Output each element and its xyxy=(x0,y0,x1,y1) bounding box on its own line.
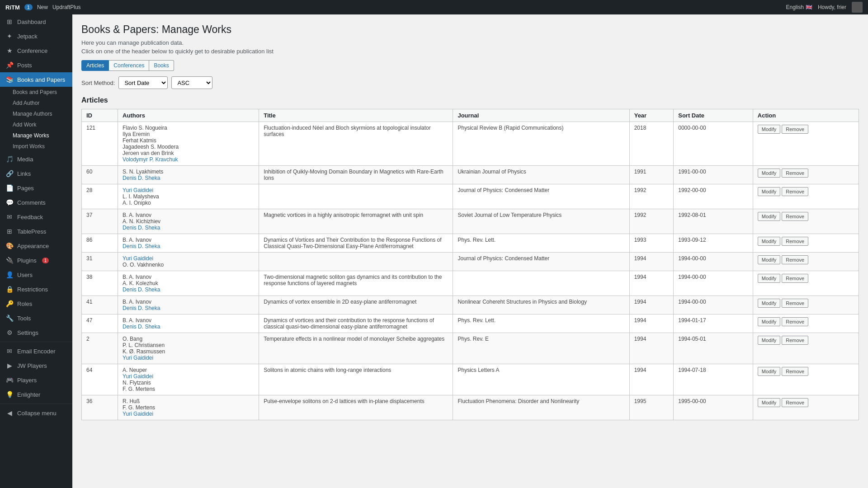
remove-button[interactable]: Remove xyxy=(782,169,808,178)
cell-id: 41 xyxy=(82,296,118,314)
sidebar-sub-manage-works[interactable]: Manage Works xyxy=(0,130,72,141)
language-selector[interactable]: English 🇬🇧 xyxy=(786,4,812,10)
update-count[interactable]: 1 xyxy=(24,4,33,10)
author-link[interactable]: Yuri Gaididei xyxy=(123,355,153,361)
remove-button[interactable]: Remove xyxy=(782,317,808,326)
sidebar-item-conference[interactable]: ★ Conference xyxy=(0,43,72,58)
author-link[interactable]: Denis D. Sheka xyxy=(123,324,160,330)
table-row: 41B. A. IvanovDenis D. ShekaDynamics of … xyxy=(82,296,859,314)
new-link[interactable]: New xyxy=(37,4,48,10)
remove-button[interactable]: Remove xyxy=(782,237,808,246)
remove-button[interactable]: Remove xyxy=(782,255,808,264)
remove-button[interactable]: Remove xyxy=(782,187,808,196)
cell-id: 38 xyxy=(82,271,118,296)
remove-button[interactable]: Remove xyxy=(782,398,808,407)
author-name: F. G. Mertens xyxy=(123,386,155,392)
remove-button[interactable]: Remove xyxy=(782,212,808,221)
modify-button[interactable]: Modify xyxy=(758,367,780,376)
table-row: 31Yuri GaidideiO. O. VakhnenkoJournal of… xyxy=(82,253,859,271)
sidebar-item-pages[interactable]: 📄 Pages xyxy=(0,181,72,195)
sort-method-label: Sort Method: xyxy=(81,80,115,86)
plugin-link[interactable]: UpdraftPlus xyxy=(52,4,81,10)
section-header-articles: Articles xyxy=(81,96,859,104)
sidebar-item-roles[interactable]: 🔑 Roles xyxy=(0,296,72,311)
filter-tab-articles[interactable]: Articles xyxy=(81,60,109,71)
sidebar-item-media[interactable]: 🎵 Media xyxy=(0,152,72,166)
author-name: A. K. Kolezhuk xyxy=(123,280,158,286)
author-link[interactable]: Volodymyr P. Kravchuk xyxy=(123,156,178,163)
cell-action: ModifyRemove xyxy=(753,166,859,184)
author-name: B. A. Ivanov xyxy=(123,274,151,280)
modify-button[interactable]: Modify xyxy=(758,237,780,246)
filter-tab-conferences[interactable]: Conferences xyxy=(109,60,149,71)
cell-title: Inhibition of Quikly-Moving Domain Bound… xyxy=(259,166,453,184)
sidebar-item-dashboard[interactable]: ⊞ Dashboard xyxy=(0,14,72,29)
sidebar-sub-add-author[interactable]: Add Author xyxy=(0,98,72,108)
modify-button[interactable]: Modify xyxy=(758,317,780,326)
sidebar-item-users[interactable]: 👤 Users xyxy=(0,267,72,282)
sidebar-item-posts[interactable]: 📌 Posts xyxy=(0,58,72,72)
modify-button[interactable]: Modify xyxy=(758,299,780,308)
author-name: Jagadeesh S. Moodera xyxy=(123,144,179,150)
cell-journal: Phys. Rev. Lett. xyxy=(453,314,629,333)
sidebar-collapse[interactable]: ◀ Collapse menu xyxy=(0,406,72,420)
sidebar-item-email-encoder[interactable]: ✉ Email Encoder xyxy=(0,344,72,358)
cell-id: 37 xyxy=(82,209,118,234)
sidebar-item-links[interactable]: 🔗 Links xyxy=(0,166,72,181)
author-link[interactable]: Yuri Gaididei xyxy=(123,187,153,193)
author-link[interactable]: Denis D. Sheka xyxy=(123,243,160,249)
sidebar-item-jetpack[interactable]: ✦ Jetpack xyxy=(0,29,72,43)
modify-button[interactable]: Modify xyxy=(758,274,780,283)
sidebar-item-plugins[interactable]: 🔌 Plugins 1 xyxy=(0,253,72,267)
sidebar-sub-books-papers[interactable]: Books and Papers xyxy=(0,87,72,98)
author-link[interactable]: Yuri Gaididei xyxy=(123,411,153,417)
sidebar-sub-manage-authors[interactable]: Manage Authors xyxy=(0,108,72,119)
author-link[interactable]: Denis D. Sheka xyxy=(123,175,160,181)
user-greeting[interactable]: Howdy, frier xyxy=(818,4,846,10)
sidebar-item-jw-players[interactable]: ▶ JW Players xyxy=(0,358,72,373)
modify-button[interactable]: Modify xyxy=(758,212,780,221)
author-name: N. Flytzanis xyxy=(123,380,151,386)
cell-authors: Yuri GaidideiL. I. MalyshevaA. I. Onipko xyxy=(118,184,259,209)
remove-button[interactable]: Remove xyxy=(782,274,808,283)
sidebar-item-comments[interactable]: 💬 Comments xyxy=(0,195,72,210)
modify-button[interactable]: Modify xyxy=(758,187,780,196)
filter-tab-books[interactable]: Books xyxy=(149,60,174,71)
author-link[interactable]: Yuri Gaididei xyxy=(123,373,153,380)
author-link[interactable]: Denis D. Sheka xyxy=(123,305,160,311)
sidebar-item-settings[interactable]: ⚙ Settings xyxy=(0,325,72,340)
author-name: A. Neuper xyxy=(123,367,147,373)
cell-journal xyxy=(453,271,629,296)
modify-button[interactable]: Modify xyxy=(758,125,780,134)
sidebar-item-appearance[interactable]: 🎨 Appearance xyxy=(0,239,72,253)
remove-button[interactable]: Remove xyxy=(782,125,808,134)
sort-order-select[interactable]: ASC DESC xyxy=(171,76,212,89)
sidebar-sub-import-works[interactable]: Import Works xyxy=(0,141,72,152)
modify-button[interactable]: Modify xyxy=(758,336,780,345)
filter-tabs: Articles Conferences Books xyxy=(81,60,859,71)
sidebar-item-books-papers[interactable]: 📚 Books and Papers xyxy=(0,72,72,87)
sidebar-sub-add-work[interactable]: Add Work xyxy=(0,119,72,130)
sidebar-item-enlighter[interactable]: 💡 Enlighter xyxy=(0,387,72,402)
modify-button[interactable]: Modify xyxy=(758,255,780,264)
sidebar-item-players[interactable]: 🎮 Players xyxy=(0,373,72,387)
author-link[interactable]: Denis D. Sheka xyxy=(123,286,160,293)
remove-button[interactable]: Remove xyxy=(782,367,808,376)
remove-button[interactable]: Remove xyxy=(782,299,808,308)
sidebar-item-feedback[interactable]: ✉ Feedback xyxy=(0,210,72,224)
cell-sort-date: 1994-00-00 xyxy=(674,253,753,271)
sidebar-item-restrictions[interactable]: 🔒 Restrictions xyxy=(0,282,72,296)
sidebar-item-label: Links xyxy=(17,170,31,177)
remove-button[interactable]: Remove xyxy=(782,336,808,345)
author-link[interactable]: Yuri Gaididei xyxy=(123,255,153,262)
cell-journal: Journal of Physics: Condensed Matter xyxy=(453,253,629,271)
table-header-row: ID Authors Title Journal Year Sort Date … xyxy=(82,109,859,122)
modify-button[interactable]: Modify xyxy=(758,398,780,407)
modify-button[interactable]: Modify xyxy=(758,169,780,178)
sidebar-item-tablepress[interactable]: ⊞ TablePress xyxy=(0,224,72,239)
jetpack-icon: ✦ xyxy=(5,33,14,40)
plugins-badge: 1 xyxy=(42,258,49,263)
sort-method-select[interactable]: Sort Date Title Year ID xyxy=(118,76,168,89)
sidebar-item-tools[interactable]: 🔧 Tools xyxy=(0,311,72,325)
author-link[interactable]: Denis D. Sheka xyxy=(123,225,160,231)
